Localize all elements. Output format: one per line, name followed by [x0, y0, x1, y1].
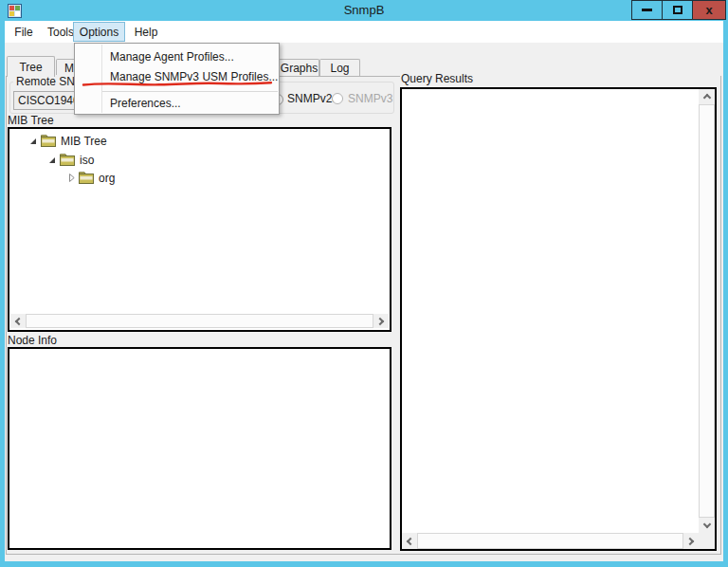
close-icon: x: [705, 3, 712, 17]
menu-help[interactable]: Help: [128, 23, 164, 41]
expanded-arrow-icon[interactable]: [30, 138, 41, 144]
minimize-button[interactable]: [631, 0, 663, 20]
tab-graphs[interactable]: Graphs: [279, 59, 319, 76]
tree-row-org[interactable]: org: [68, 169, 115, 187]
vscrollbar-thumb[interactable]: [699, 104, 715, 518]
tree-row-mib-tree[interactable]: MIB Tree: [30, 132, 107, 150]
folder-icon: [79, 172, 94, 184]
agent-profile-combobox[interactable]: CISCO1940: [13, 91, 83, 110]
scroll-left-button[interactable]: [10, 314, 26, 328]
titlebar: SnmpB x: [0, 0, 728, 21]
scroll-left-button[interactable]: [402, 533, 417, 549]
query-results-panel-title: Query Results: [401, 72, 473, 85]
chevron-right-icon: [686, 537, 694, 544]
menu-options[interactable]: Options: [73, 22, 125, 42]
menu-separator: [102, 91, 278, 92]
agent-profile-value: CISCO1940: [18, 94, 80, 107]
tree-node-label[interactable]: MIB Tree: [61, 135, 107, 148]
maximize-button[interactable]: [662, 0, 693, 20]
expanded-arrow-icon[interactable]: [49, 157, 60, 163]
tree-row-iso[interactable]: iso: [49, 151, 94, 169]
folder-icon: [41, 135, 56, 147]
close-button[interactable]: x: [692, 0, 726, 20]
folder-icon: [60, 154, 75, 166]
scroll-down-button[interactable]: [699, 518, 715, 533]
tab-log[interactable]: Log: [319, 59, 360, 76]
menu-item-preferences[interactable]: Preferences...: [76, 95, 279, 111]
snmpb-window: { "window": { "title": "SnmpB", "control…: [0, 0, 728, 567]
snmpv2c-radio-label[interactable]: SNMPv2c: [287, 92, 337, 105]
collapsed-arrow-icon[interactable]: [68, 173, 79, 183]
red-underline-annotation: [82, 80, 274, 89]
query-results-vscrollbar[interactable]: [699, 89, 715, 533]
options-dropdown-menu: Manage Agent Profiles... Manage SNMPv3 U…: [74, 43, 280, 115]
maximize-icon: [673, 6, 682, 14]
window-title: SnmpB: [0, 3, 728, 17]
scroll-right-button[interactable]: [373, 314, 389, 328]
tab-tree[interactable]: Tree: [7, 56, 55, 77]
chevron-down-icon: [702, 521, 710, 528]
chevron-left-icon: [15, 317, 23, 324]
tree-node-label[interactable]: org: [99, 172, 115, 185]
menu-file[interactable]: File: [8, 23, 40, 41]
chevron-left-icon: [407, 537, 414, 544]
minimize-icon: [642, 9, 652, 11]
query-results-view[interactable]: [400, 87, 717, 551]
hscrollbar-thumb[interactable]: [417, 533, 683, 549]
scrollbar-corner: [699, 533, 715, 549]
hscrollbar-thumb[interactable]: [26, 314, 373, 328]
scroll-up-button[interactable]: [699, 89, 715, 104]
mib-tree-view[interactable]: MIB Tree iso org: [8, 127, 391, 332]
snmpv3-radio[interactable]: [332, 93, 343, 104]
chevron-up-icon: [702, 94, 710, 101]
scroll-right-button[interactable]: [683, 533, 699, 549]
snmpv3-radio-label[interactable]: SNMPv3: [348, 92, 392, 105]
node-info-view[interactable]: [8, 347, 391, 550]
tree-node-label[interactable]: iso: [80, 154, 94, 167]
node-info-panel-title: Node Info: [8, 334, 57, 347]
query-results-hscrollbar[interactable]: [402, 533, 699, 549]
mib-tree-panel-title: MIB Tree: [8, 114, 54, 127]
menu-item-manage-agent-profiles[interactable]: Manage Agent Profiles...: [76, 48, 279, 64]
chevron-right-icon: [376, 317, 384, 324]
mib-tree-hscrollbar[interactable]: [10, 314, 389, 328]
